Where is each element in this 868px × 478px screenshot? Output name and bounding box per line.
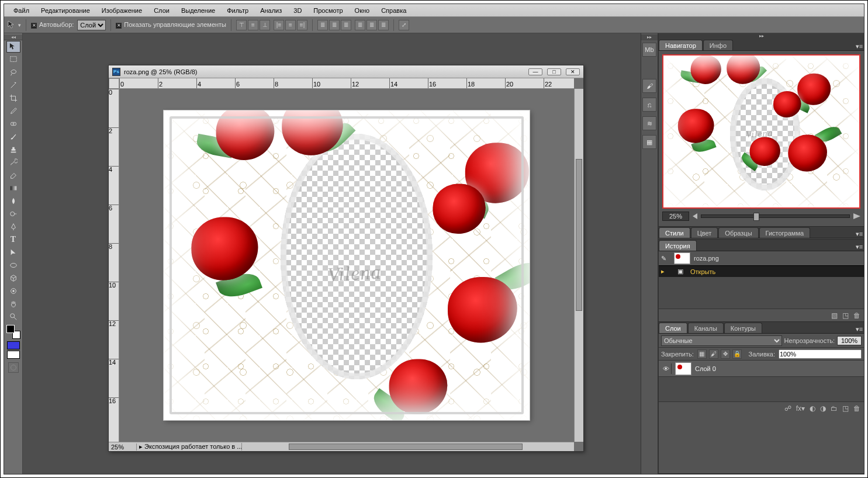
3d-camera-tool[interactable] xyxy=(6,285,20,297)
history-snapshot[interactable]: ✎ roza.png xyxy=(659,251,864,265)
tab-channels[interactable]: Каналы xyxy=(688,323,724,333)
dock-clone-icon[interactable]: ⎌ xyxy=(642,98,656,112)
lock-all-icon[interactable]: 🔒 xyxy=(732,349,742,359)
menu-window[interactable]: Окно xyxy=(350,6,375,15)
zoom-in-icon[interactable] xyxy=(853,213,860,219)
dock-brushpreset-icon[interactable]: ≋ xyxy=(642,116,656,130)
zoom-tool[interactable] xyxy=(6,311,20,323)
menu-file[interactable]: Файл xyxy=(9,6,34,15)
canvas-viewport[interactable]: Vilena xyxy=(119,89,574,442)
autoselect-checkbox[interactable]: Автовыбор: xyxy=(31,21,74,28)
fill-input[interactable] xyxy=(779,349,862,359)
dist-right-icon[interactable]: ≣ xyxy=(378,20,389,30)
background-color[interactable] xyxy=(7,351,20,359)
dist-bottom-icon[interactable]: ≣ xyxy=(341,20,351,30)
tab-swatches[interactable]: Образцы xyxy=(718,227,758,238)
eraser-tool[interactable] xyxy=(6,169,20,181)
zoom-field[interactable]: 25% xyxy=(109,444,137,451)
history-delete-icon[interactable]: 🗑 xyxy=(853,311,860,320)
menu-view[interactable]: Просмотр xyxy=(309,6,347,15)
layer-mask-icon[interactable]: ◐ xyxy=(810,404,815,413)
tab-info[interactable]: Инфо xyxy=(703,40,733,50)
wand-tool[interactable] xyxy=(6,79,20,91)
dock-collapse[interactable]: ▸▸ xyxy=(641,34,658,40)
navigator-preview[interactable]: Vilena xyxy=(662,54,860,209)
menu-select[interactable]: Выделение xyxy=(177,6,220,15)
layer-item[interactable]: 👁 Слой 0 xyxy=(659,361,864,377)
align-vcenter-icon[interactable]: ≡ xyxy=(248,20,258,30)
show-controls-checkbox[interactable]: Показать управляющие элементы xyxy=(116,21,226,28)
tab-paths[interactable]: Контуры xyxy=(724,323,762,333)
dodge-tool[interactable] xyxy=(6,208,20,220)
tab-navigator[interactable]: Навигатор xyxy=(659,40,703,50)
toolbox-collapse[interactable]: ◂◂ xyxy=(4,34,22,40)
brush-tool[interactable] xyxy=(6,131,20,143)
lock-transparent-icon[interactable]: ▦ xyxy=(697,349,707,359)
document-titlebar[interactable]: Ps roza.png @ 25% (RGB/8) — □ ✕ xyxy=(109,65,583,78)
history-new-doc-icon[interactable]: ▧ xyxy=(831,311,838,320)
lasso-tool[interactable] xyxy=(6,67,20,78)
dock-swatches-icon[interactable]: ▦ xyxy=(642,135,656,149)
move-tool[interactable] xyxy=(6,41,20,53)
ruler-horizontal[interactable]: 0 2 4 6 8 10 12 14 16 18 20 22 xyxy=(119,78,574,89)
layer-name[interactable]: Слой 0 xyxy=(695,365,716,372)
zoom-out-icon[interactable] xyxy=(693,213,697,219)
layer-fx-icon[interactable]: fx▾ xyxy=(796,404,805,413)
path-select-tool[interactable] xyxy=(6,247,20,258)
color-swatches[interactable] xyxy=(6,325,20,339)
adjustment-layer-icon[interactable]: ◑ xyxy=(820,404,826,413)
crop-tool[interactable] xyxy=(6,92,20,104)
blend-mode-dropdown[interactable]: Обычные xyxy=(661,335,782,346)
3d-tool[interactable] xyxy=(6,272,20,284)
tab-history[interactable]: История xyxy=(659,240,697,251)
dist-left-icon[interactable]: ≣ xyxy=(355,20,365,30)
stamp-tool[interactable] xyxy=(6,144,20,155)
autoselect-dropdown[interactable]: Слой xyxy=(77,20,106,30)
delete-layer-icon[interactable]: 🗑 xyxy=(853,404,860,413)
scrollbar-vertical[interactable] xyxy=(574,89,583,442)
panel-menu-icon[interactable]: ▾≡ xyxy=(855,43,864,50)
panels-collapse[interactable]: ▸▸ xyxy=(659,33,864,39)
navigator-zoom-slider[interactable] xyxy=(701,214,850,218)
type-tool[interactable]: T xyxy=(6,234,20,245)
dist-hcenter-icon[interactable]: ≣ xyxy=(366,20,377,30)
window-close-icon[interactable]: ✕ xyxy=(566,68,580,75)
history-step-open[interactable]: ▸ ▣ Открыть xyxy=(659,265,864,277)
panel-menu-icon[interactable]: ▾≡ xyxy=(855,230,864,238)
scrollbar-horizontal[interactable] xyxy=(242,442,574,451)
dock-minibridge-icon[interactable]: Mb xyxy=(642,43,656,57)
blur-tool[interactable] xyxy=(6,195,20,207)
layer-visibility-icon[interactable]: 👁 xyxy=(661,363,672,374)
align-hcenter-icon[interactable]: ≡ xyxy=(285,20,296,30)
lock-position-icon[interactable]: ✥ xyxy=(721,349,730,359)
menu-analysis[interactable]: Анализ xyxy=(255,6,286,15)
dist-top-icon[interactable]: ≣ xyxy=(317,20,328,30)
window-minimize-icon[interactable]: — xyxy=(528,68,542,75)
align-bottom-icon[interactable]: ⊥ xyxy=(260,20,270,30)
menu-filter[interactable]: Фильтр xyxy=(222,6,253,15)
dock-brush-icon[interactable]: 🖌 xyxy=(642,79,656,93)
auto-align-icon[interactable]: ⤢ xyxy=(399,20,409,30)
tab-styles[interactable]: Стили xyxy=(659,227,690,238)
hand-tool[interactable] xyxy=(6,298,20,310)
menu-help[interactable]: Справка xyxy=(376,6,411,15)
gradient-tool[interactable] xyxy=(6,182,20,194)
ruler-vertical[interactable]: 0 2 4 6 8 10 12 14 16 xyxy=(109,89,119,442)
layer-group-icon[interactable]: 🗀 xyxy=(831,404,838,413)
navigator-zoom-input[interactable] xyxy=(662,212,689,221)
pen-tool[interactable] xyxy=(6,221,20,233)
menu-image[interactable]: Изображение xyxy=(97,6,147,15)
status-text[interactable]: ▸ Экспозиция работает только в ... ▸ xyxy=(137,443,242,451)
menu-edit[interactable]: Редактирование xyxy=(36,6,95,15)
link-layers-icon[interactable]: ☍ xyxy=(784,404,791,413)
align-top-icon[interactable]: ⊤ xyxy=(236,20,247,30)
eyedropper-tool[interactable] xyxy=(6,105,20,117)
align-right-icon[interactable]: ≡| xyxy=(297,20,307,30)
new-layer-icon[interactable]: ◳ xyxy=(842,404,849,413)
marquee-tool[interactable] xyxy=(6,54,20,65)
history-brush-tool[interactable] xyxy=(6,157,20,168)
lock-pixels-icon[interactable]: 🖌 xyxy=(709,349,718,359)
quick-mask-toggle[interactable] xyxy=(8,362,19,373)
window-maximize-icon[interactable]: □ xyxy=(547,68,561,75)
shape-tool[interactable] xyxy=(6,259,20,271)
